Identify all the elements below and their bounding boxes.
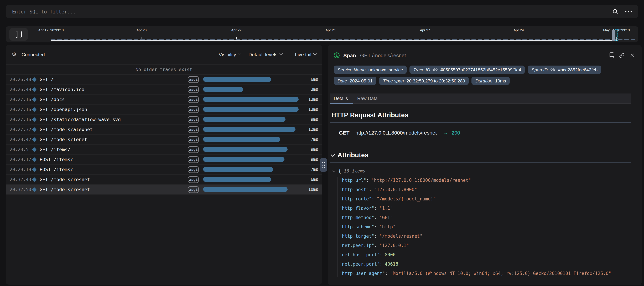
trace-title: GET /models/resnet (40, 177, 188, 182)
trace-duration: 3ms (303, 87, 318, 92)
trace-scope-badge: asgi (188, 126, 199, 133)
live-tail-dropdown[interactable]: Live tail (295, 52, 316, 57)
trace-row[interactable]: 20:29:17 POST /items/ asgi 9ms (6, 155, 322, 165)
tab-details[interactable]: Details (334, 96, 348, 101)
json-key: http.route (339, 196, 372, 201)
trace-title: GET /items/ (40, 147, 188, 152)
sql-bar-icons (612, 9, 632, 15)
sql-filter-input[interactable]: Enter SQL to filter... (6, 5, 638, 18)
trace-row[interactable]: 20:26:49 GET /favicon.ico asgi 3ms (6, 85, 322, 94)
trace-timestamp: 20:28:42 (10, 137, 31, 142)
date-badge: Date 2024-05-01 (334, 77, 376, 85)
more-menu-icon[interactable] (625, 11, 632, 12)
grip-dots-icon (322, 162, 325, 168)
copy-link-button[interactable] (619, 53, 624, 58)
trace-duration: 13ms (303, 107, 318, 112)
trace-duration: 13ms (303, 97, 318, 102)
chevron-down-icon (238, 52, 242, 55)
live-tail-dropdown-label: Live tail (295, 52, 311, 57)
timeline-tick-label: Apr 29 (514, 28, 524, 32)
trace-row[interactable]: 20:27:16 GET /openapi.json asgi 13ms (6, 104, 322, 114)
chevron-down-icon (313, 52, 317, 55)
json-colon: : (369, 187, 372, 192)
json-key: http.user_agent (339, 271, 385, 276)
json-attribute-row: net.peer.ip:127.0.0.1 (332, 241, 642, 250)
trace-list-panel: ⚙ Connected Visibility Default levels Li… (6, 45, 322, 284)
toggle-panel-view-button[interactable] (610, 52, 614, 58)
http-request-attributes-heading: HTTP Request Attributes (331, 111, 642, 119)
visibility-dropdown-label: Visibility (219, 52, 236, 57)
trace-scope-badge: asgi (188, 136, 199, 143)
json-root-line[interactable]: { 13 items (332, 166, 642, 176)
trace-duration-bar (203, 117, 286, 122)
span-diamond-icon (32, 127, 36, 132)
trace-row[interactable]: 20:32:50 GET /models/resnet asgi 10ms (6, 185, 322, 195)
trace-timestamp: 20:26:48 (10, 77, 31, 82)
link-icon[interactable] (550, 67, 555, 72)
trace-row[interactable]: 20:28:51 GET /items/ asgi 9ms (6, 145, 322, 155)
trace-duration-bar-track (203, 77, 303, 82)
default-levels-dropdown[interactable]: Default levels (248, 52, 282, 57)
trace-scope-badge: asgi (188, 146, 199, 153)
span-diamond-icon (32, 177, 36, 182)
trace-duration-bar (203, 107, 298, 112)
json-colon: : (374, 215, 377, 220)
span-label: Span: (343, 52, 358, 58)
attributes-section-toggle[interactable]: Attributes (331, 152, 642, 159)
trace-row[interactable]: 20:32:43 GET /models/resnet asgi 6ms (6, 175, 322, 185)
trace-duration: 9ms (303, 157, 318, 162)
link-icon[interactable] (433, 67, 438, 72)
span-badges-row-2: Date 2024-05-01 Time span 20:32:50.279 t… (334, 77, 642, 85)
trace-scope-badge: asgi (188, 116, 199, 123)
tab-raw-data[interactable]: Raw Data (357, 96, 378, 101)
trace-row[interactable]: 20:27:32 GET /models/alexnet asgi 12ms (6, 124, 322, 134)
trace-title: GET / (40, 77, 188, 82)
app-root: Enter SQL to filter... Apr 17, 20:33:13 … (0, 0, 644, 286)
trace-duration-bar-track (203, 137, 303, 142)
json-colon: : (366, 178, 369, 183)
request-method: GET (339, 130, 356, 135)
sql-filter-placeholder: Enter SQL to filter... (12, 9, 76, 14)
trace-duration-bar (203, 147, 288, 152)
trace-row[interactable]: 20:26:48 GET / asgi 6ms (6, 75, 322, 85)
span-diamond-icon (32, 117, 36, 122)
trace-duration-bar-track (203, 167, 303, 172)
link-icon (619, 53, 624, 58)
trace-row[interactable]: 20:28:42 GET /models/lenet asgi 7ms (6, 134, 322, 145)
trace-timestamp: 20:29:17 (10, 157, 31, 162)
trace-duration: 9ms (303, 117, 318, 122)
trace-row[interactable]: 20:27:16 GET /static/dataflow-wave.svg a… (6, 114, 322, 124)
panel-resize-handle[interactable] (320, 158, 327, 172)
span-badges-row-1: Service Name unknown_service Trace ID #0… (334, 66, 642, 74)
service-name-badge: Service Name unknown_service (334, 66, 407, 74)
attributes-heading: Attributes (338, 152, 368, 159)
json-value: /models/{model_name} (377, 196, 436, 201)
span-diamond-icon (32, 187, 36, 192)
json-value: http://127.0.0.1:8000/models/resnet (371, 178, 471, 183)
trace-row[interactable]: 20:29:18 POST /items/ asgi 7ms (6, 165, 322, 175)
trace-title: POST /items/ (40, 157, 188, 162)
close-panel-button[interactable] (630, 53, 635, 58)
visibility-dropdown[interactable]: Visibility (219, 52, 241, 57)
trace-row[interactable]: 20:27:16 GET /docs asgi 13ms (6, 94, 322, 104)
section-rule (330, 122, 631, 123)
timeline-selection-box[interactable] (615, 29, 618, 41)
json-value: Mozilla/5.0 (Windows NT 10.0; Win64; x64… (390, 271, 611, 276)
trace-duration-bar-track (203, 117, 303, 122)
trace-duration: 10ms (303, 187, 318, 192)
trace-duration: 9ms (303, 147, 318, 152)
request-status-code: 200 (452, 130, 460, 135)
search-icon[interactable] (612, 9, 618, 15)
info-icon: i (334, 52, 340, 58)
arrow-right-icon: → (443, 130, 448, 135)
trace-duration: 6ms (303, 77, 318, 82)
json-value: 1.1 (379, 206, 393, 211)
span-header: i Span: GET /models/resnet (328, 50, 642, 61)
connection-status: Connected (22, 52, 45, 57)
trace-title: GET /models/lenet (40, 137, 188, 142)
json-colon: : (380, 261, 382, 267)
no-older-traces-notice: No older traces exist (6, 65, 322, 75)
sidebar-toggle-button[interactable] (9, 28, 28, 41)
trace-timestamp: 20:28:51 (10, 147, 31, 152)
settings-gear-icon[interactable]: ⚙ (12, 52, 17, 57)
